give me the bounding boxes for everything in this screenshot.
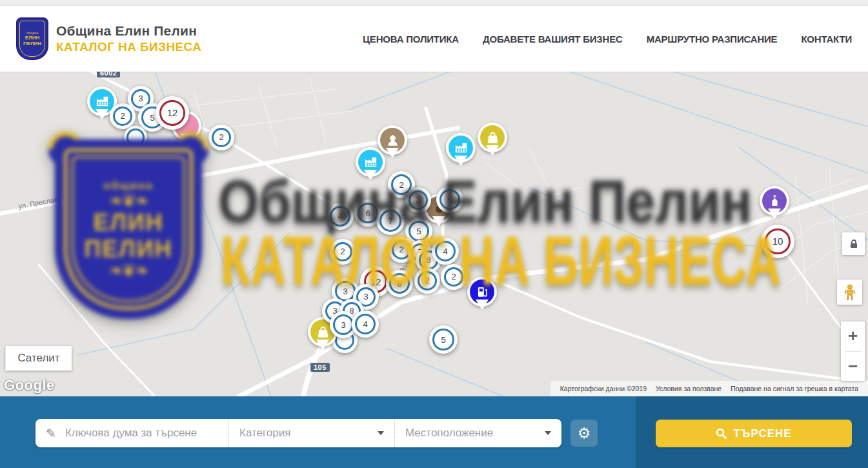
church-icon bbox=[762, 188, 787, 213]
satellite-view-button[interactable]: Сателит bbox=[5, 346, 72, 371]
road-number-badge: 6002 bbox=[97, 71, 120, 77]
brand[interactable]: община ЕЛИН ПЕЛИН Община Елин Пелин КАТА… bbox=[16, 17, 201, 60]
nav-item-add-business[interactable]: ДОБАВЕТЕ ВАШИЯТ БИЗНЕС bbox=[483, 34, 623, 45]
lock-button[interactable] bbox=[842, 232, 865, 255]
location-dropdown[interactable]: Местоположение bbox=[395, 419, 561, 447]
street-view-pegman[interactable] bbox=[837, 280, 862, 305]
attribution-copyright: Картографски данни ©2019 bbox=[556, 385, 651, 392]
chevron-down-icon bbox=[545, 431, 551, 435]
factory-pin[interactable] bbox=[446, 133, 476, 163]
map-attribution: Картографски данни ©2019 Условия за полз… bbox=[550, 381, 868, 396]
site-subtitle: КАТАЛОГ НА БИЗНЕСА bbox=[56, 40, 201, 54]
nav-item-contacts[interactable]: КОНТАКТИ bbox=[801, 34, 852, 45]
map[interactable]: ул. Преслав бул. „Новосел 6002 105 32512… bbox=[0, 71, 868, 396]
worker-icon bbox=[380, 128, 405, 152]
zoom-control: + − bbox=[841, 321, 865, 381]
site-title: Община Елин Пелин bbox=[56, 23, 201, 39]
worker-pin[interactable] bbox=[378, 125, 407, 155]
keyword-search-input[interactable] bbox=[64, 426, 215, 440]
chevron-down-icon bbox=[378, 431, 384, 435]
cluster-marker[interactable]: 12 bbox=[156, 96, 189, 130]
watermark-logo-shield: община ❧❦❧ ЕЛИН ПЕЛИН ❧❦❧ bbox=[55, 139, 202, 319]
cluster-marker[interactable]: 2 bbox=[110, 103, 136, 129]
google-logo[interactable]: Google bbox=[4, 377, 55, 394]
cluster-marker[interactable]: 4 bbox=[352, 310, 379, 338]
search-bar: ✎ Категория Местоположение ⚙ ТЪРСЕНЕ bbox=[0, 396, 868, 468]
pegman-icon bbox=[843, 284, 857, 301]
map-type-control: Карта Сателит bbox=[5, 346, 72, 371]
keyword-field[interactable]: ✎ bbox=[35, 419, 229, 447]
page: община ЕЛИН ПЕЛИН Община Елин Пелин КАТА… bbox=[0, 0, 868, 468]
zoom-out-button[interactable]: − bbox=[841, 352, 865, 381]
search-button[interactable]: ТЪРСЕНЕ bbox=[656, 420, 852, 447]
factory-icon bbox=[449, 136, 473, 160]
church-pin[interactable] bbox=[760, 186, 789, 216]
road-number-badge: 105 bbox=[310, 363, 330, 372]
cluster-marker[interactable]: 5 bbox=[429, 325, 458, 354]
zoom-in-button[interactable]: + bbox=[841, 321, 865, 351]
advanced-settings-button[interactable]: ⚙ bbox=[570, 420, 598, 447]
nav-item-pricing-policy[interactable]: ЦЕНОВА ПОЛИТИКА bbox=[363, 34, 459, 45]
cluster-marker[interactable]: 2 bbox=[208, 125, 234, 150]
bag-pin[interactable] bbox=[478, 123, 507, 152]
attribution-terms-link[interactable]: Условия за ползване bbox=[651, 385, 726, 392]
watermark-subtitle: КАТАЛОГ НА БИЗНЕСА bbox=[221, 226, 781, 296]
header: община ЕЛИН ПЕЛИН Община Елин Пелин КАТА… bbox=[0, 5, 868, 72]
lock-icon bbox=[849, 239, 859, 249]
search-icon bbox=[716, 428, 727, 439]
bag-icon bbox=[480, 125, 505, 150]
nav-item-route-schedule[interactable]: МАРШРУТНО РАЗПИСАНИЕ bbox=[647, 34, 778, 45]
category-dropdown[interactable]: Категория bbox=[229, 419, 395, 447]
pencil-icon: ✎ bbox=[46, 426, 56, 441]
search-fields-group: ✎ Категория Местоположение bbox=[35, 419, 561, 447]
municipality-logo-icon: община ЕЛИН ПЕЛИН bbox=[16, 17, 48, 60]
attribution-report-link[interactable]: Подаване на сигнал за грешка в картата bbox=[726, 385, 863, 392]
main-nav: ЦЕНОВА ПОЛИТИКА ДОБАВЕТЕ ВАШИЯТ БИЗНЕС М… bbox=[363, 34, 852, 45]
gear-icon: ⚙ bbox=[578, 425, 591, 442]
